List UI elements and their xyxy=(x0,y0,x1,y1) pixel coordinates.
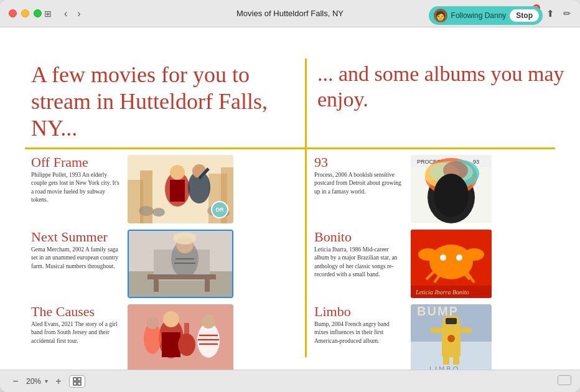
album-1-title: 93 xyxy=(314,155,405,170)
right-header-text: ... and some albums you may enjoy. xyxy=(317,62,566,113)
movie-3-illustration xyxy=(128,304,233,370)
svg-point-57 xyxy=(464,248,484,261)
svg-text:LIMBO: LIMBO xyxy=(429,365,460,370)
svg-point-56 xyxy=(418,248,438,261)
album-2-image: Leticia Iborra Bonito xyxy=(411,230,492,298)
horizontal-divider xyxy=(25,147,555,149)
svg-point-30 xyxy=(163,311,179,327)
zoom-out-button[interactable]: − xyxy=(9,375,22,388)
nav-buttons: ‹ › xyxy=(62,7,83,21)
svg-point-55 xyxy=(429,245,473,279)
share-icon[interactable]: ⬆ xyxy=(546,8,554,19)
movie-2-title: Next Summer xyxy=(31,230,121,245)
app-window: ⊞ ‹ › Movies of Hutteldorf Falls, NY 𝐀 ⧉… xyxy=(0,0,580,392)
svg-rect-75 xyxy=(461,328,472,333)
album-3-image: BUMP LIMBO xyxy=(411,304,492,370)
window-title: Movies of Hutteldorf Falls, NY xyxy=(236,9,344,18)
dr-avatar-marker: DR xyxy=(211,201,228,218)
movie-1-text: Off Frame Philippe Pollet, 1993 An elder… xyxy=(31,155,121,223)
movie-entry-2: Next Summer Gema Mercham, 2002 A family … xyxy=(31,230,233,298)
svg-rect-24 xyxy=(147,274,216,279)
back-button[interactable]: ‹ xyxy=(62,7,70,21)
close-button[interactable] xyxy=(9,9,17,17)
collab-label: Following Danny xyxy=(451,11,507,20)
album-3-text: Limbo Bump, 2004 French angry band mixes… xyxy=(314,304,405,370)
bottom-bar: − 20% ▾ + xyxy=(0,370,580,392)
movie-2-illustration xyxy=(129,231,233,298)
svg-point-76 xyxy=(447,335,455,342)
edit-icon[interactable]: ✏ xyxy=(563,8,571,19)
movie-2-image xyxy=(128,230,233,298)
svg-point-35 xyxy=(202,315,215,329)
zoom-in-button[interactable]: + xyxy=(52,375,65,388)
zoom-level: 20% xyxy=(26,377,41,386)
sidebar-toggle-button[interactable]: ⊞ xyxy=(42,7,54,20)
bottom-right-area xyxy=(558,375,571,387)
album-2-meta: Leticia Ibarra, 1986 Mid-career album by… xyxy=(314,246,405,279)
fullscreen-button[interactable] xyxy=(558,375,571,385)
svg-point-62 xyxy=(440,254,446,261)
album-1-image: PROCESS 93 xyxy=(411,155,492,223)
movie-3-title: The Causes xyxy=(31,304,121,319)
svg-text:93: 93 xyxy=(473,159,479,165)
movie-1-meta: Philippe Pollet, 1993 An elderly couple … xyxy=(31,171,121,204)
album-1-text: 93 Process, 2006 A bookish sensitive pos… xyxy=(314,155,405,223)
svg-rect-74 xyxy=(431,328,442,333)
movie-3-image xyxy=(128,304,233,370)
svg-point-40 xyxy=(146,317,159,329)
fit-page-button[interactable] xyxy=(69,375,85,388)
zoom-window-button[interactable] xyxy=(34,9,42,17)
album-2-title: Bonito xyxy=(314,230,405,245)
svg-rect-7 xyxy=(170,180,185,202)
movie-1-title: Off Frame xyxy=(31,155,121,170)
svg-rect-81 xyxy=(78,382,81,385)
svg-text:Leticia Iborra Bonito: Leticia Iborra Bonito xyxy=(415,289,469,296)
svg-point-63 xyxy=(456,254,462,261)
collab-avatar: 🧑 xyxy=(434,9,447,22)
album-entry-3: Limbo Bump, 2004 French angry band mixes… xyxy=(314,304,492,370)
fit-icon xyxy=(73,377,82,386)
stop-button[interactable]: Stop xyxy=(510,9,539,22)
movie-3-text: The Causes Aled Evans, 2021 The story of… xyxy=(31,304,121,370)
svg-rect-78 xyxy=(73,378,77,381)
svg-point-6 xyxy=(170,165,185,180)
movie-entry-3: The Causes Aled Evans, 2021 The story of… xyxy=(31,304,233,370)
svg-rect-33 xyxy=(184,323,189,347)
svg-rect-25 xyxy=(154,279,159,292)
right-column-header: ... and some albums you may enjoy. xyxy=(317,62,566,113)
svg-point-12 xyxy=(152,208,165,217)
svg-rect-79 xyxy=(78,378,81,381)
minimize-button[interactable] xyxy=(21,9,29,17)
svg-rect-26 xyxy=(205,279,210,292)
movie-1-image: DR xyxy=(128,155,233,223)
traffic-lights xyxy=(9,9,42,17)
svg-rect-31 xyxy=(162,332,180,357)
album-entry-1: 93 Process, 2006 A bookish sensitive pos… xyxy=(314,155,492,223)
album-3-title: Limbo xyxy=(314,304,405,319)
movie-3-meta: Aled Evans, 2021 The story of a girl ban… xyxy=(31,320,121,345)
svg-rect-21 xyxy=(174,234,196,239)
svg-rect-73 xyxy=(453,355,459,365)
zoom-chevron-icon[interactable]: ▾ xyxy=(45,378,48,385)
album-1-illustration: PROCESS 93 xyxy=(411,155,492,223)
movie-2-text: Next Summer Gema Mercham, 2002 A family … xyxy=(31,230,121,298)
album-entry-2: Bonito Leticia Ibarra, 1986 Mid-career a… xyxy=(314,230,492,298)
forward-button[interactable]: › xyxy=(75,7,83,21)
album-1-meta: Process, 2006 A bookish sensitive postca… xyxy=(314,171,405,196)
canvas-area: A few movies for you to stream in Huttel… xyxy=(0,27,580,370)
left-header-text: A few movies for you to stream in Huttel… xyxy=(31,62,286,142)
svg-point-11 xyxy=(139,206,154,216)
movie-entry-1: Off Frame Philippe Pollet, 1993 An elder… xyxy=(31,155,233,223)
album-2-illustration: Leticia Iborra Bonito xyxy=(411,230,492,298)
svg-rect-72 xyxy=(443,355,449,365)
vertical-divider xyxy=(305,58,307,357)
titlebar: ⊞ ‹ › Movies of Hutteldorf Falls, NY 𝐀 ⧉… xyxy=(0,0,580,27)
svg-point-9 xyxy=(192,164,206,178)
left-column-header: A few movies for you to stream in Huttel… xyxy=(31,62,286,142)
svg-rect-80 xyxy=(73,382,77,385)
album-3-illustration: BUMP LIMBO xyxy=(411,304,492,370)
album-2-text: Bonito Leticia Ibarra, 1986 Mid-career a… xyxy=(314,230,405,298)
album-3-meta: Bump, 2004 French angry band mixes influ… xyxy=(314,320,405,345)
svg-rect-71 xyxy=(446,318,457,324)
collab-bar: 🧑 Following Danny Stop xyxy=(429,6,543,25)
